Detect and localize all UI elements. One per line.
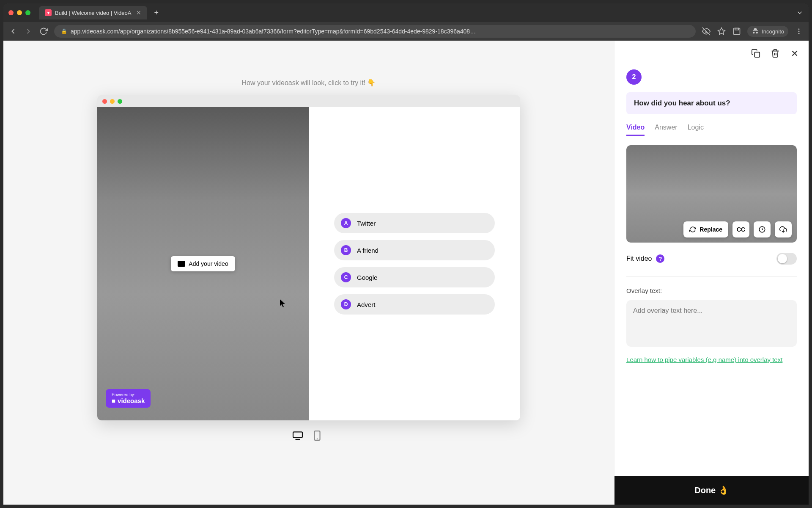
- replace-video-button[interactable]: Replace: [683, 221, 728, 237]
- window-minimize-icon[interactable]: [17, 10, 22, 15]
- option-letter-badge: A: [341, 218, 351, 228]
- tab-logic[interactable]: Logic: [688, 124, 704, 136]
- option-label: Advert: [357, 301, 375, 308]
- delete-button[interactable]: [771, 49, 780, 58]
- cc-label: CC: [737, 226, 745, 233]
- replace-label: Replace: [700, 226, 722, 233]
- powered-by-badge[interactable]: Powered by: ■ videoask: [106, 389, 151, 408]
- browser-url-bar: 🔒 app.videoask.com/app/organizations/8b9…: [3, 22, 809, 41]
- preview-titlebar: [97, 95, 520, 107]
- incognito-label: Incognito: [762, 28, 784, 35]
- tab-close-icon[interactable]: ✕: [136, 9, 141, 16]
- bookmark-star-icon[interactable]: [717, 27, 726, 36]
- preview-canvas: How your videoask will look, click to tr…: [3, 41, 614, 505]
- mobile-preview-button[interactable]: [314, 431, 326, 440]
- option-advert[interactable]: D Advert: [334, 294, 495, 315]
- nav-forward-button[interactable]: [24, 27, 33, 36]
- extensions-icon[interactable]: [732, 27, 741, 36]
- preview-window[interactable]: Add your video Powered by: ■ videoask: [97, 95, 520, 420]
- option-label: A friend: [357, 247, 379, 254]
- preview-options-panel: A Twitter B A friend C Google D: [309, 107, 520, 420]
- svg-rect-10: [754, 52, 760, 57]
- svg-point-3: [798, 28, 800, 30]
- fit-video-help-icon[interactable]: ?: [656, 254, 664, 263]
- add-video-button[interactable]: Add your video: [171, 256, 235, 271]
- tab-overflow-icon[interactable]: [796, 9, 804, 17]
- question-title-input[interactable]: How did you hear about us?: [626, 92, 797, 114]
- option-friend[interactable]: B A friend: [334, 240, 495, 260]
- incognito-badge[interactable]: Incognito: [747, 26, 788, 37]
- svg-rect-1: [734, 28, 740, 35]
- video-thumbnail[interactable]: Replace CC: [626, 145, 797, 243]
- option-google[interactable]: C Google: [334, 267, 495, 287]
- done-button[interactable]: Done 👌: [614, 476, 809, 505]
- learn-variables-link[interactable]: Learn how to pipe variables (e.g name) i…: [626, 355, 797, 365]
- captions-button[interactable]: CC: [732, 221, 749, 237]
- tab-favicon-icon: ▾: [45, 9, 52, 16]
- option-label: Google: [357, 274, 377, 281]
- url-text: app.videoask.com/app/organizations/8b955…: [71, 28, 476, 35]
- tab-video[interactable]: Video: [626, 124, 645, 136]
- duplicate-button[interactable]: [751, 49, 760, 58]
- fit-video-toggle[interactable]: [776, 253, 797, 265]
- add-video-label: Add your video: [189, 260, 228, 267]
- option-letter-badge: B: [341, 245, 351, 255]
- cloud-download-icon: [779, 226, 787, 233]
- new-tab-button[interactable]: +: [151, 8, 162, 17]
- window-traffic-lights: [8, 10, 30, 15]
- tab-answer[interactable]: Answer: [655, 124, 677, 136]
- svg-rect-2: [735, 28, 738, 30]
- editor-tabs: Video Answer Logic: [626, 124, 797, 136]
- replace-icon: [689, 226, 696, 233]
- eye-off-icon[interactable]: [702, 27, 711, 36]
- browser-menu-icon[interactable]: [794, 27, 804, 36]
- videoask-logo-icon: ■: [112, 397, 115, 404]
- step-editor-sidebar: 2 How did you hear about us? Video Answe…: [614, 41, 809, 505]
- nav-reload-button[interactable]: [39, 27, 48, 36]
- lock-icon: 🔒: [61, 28, 67, 34]
- camera-icon: [178, 261, 185, 267]
- preview-video-area[interactable]: Add your video Powered by: ■ videoask: [97, 107, 309, 420]
- option-twitter[interactable]: A Twitter: [334, 213, 495, 233]
- svg-marker-0: [718, 28, 725, 35]
- browser-tab-bar: ▾ Build | Welcome video | VideoA ✕ +: [3, 3, 809, 22]
- browser-tab[interactable]: ▾ Build | Welcome video | VideoA ✕: [39, 6, 147, 19]
- device-preview-toggle: [292, 431, 326, 440]
- svg-point-5: [798, 33, 800, 34]
- nav-back-button[interactable]: [8, 27, 18, 36]
- preview-dot-yellow-icon: [110, 99, 115, 104]
- overlay-text-input[interactable]: [626, 300, 797, 347]
- trash-icon: [771, 49, 780, 58]
- option-letter-badge: D: [341, 299, 351, 309]
- trim-button[interactable]: [754, 221, 771, 237]
- adjust-icon: [758, 226, 766, 233]
- svg-rect-6: [293, 432, 302, 437]
- download-button[interactable]: [775, 221, 792, 237]
- url-input[interactable]: 🔒 app.videoask.com/app/organizations/8b9…: [54, 25, 696, 38]
- preview-dot-green-icon: [118, 99, 122, 104]
- close-icon: [790, 49, 799, 58]
- divider: [626, 276, 797, 277]
- step-number-badge: 2: [626, 69, 642, 85]
- powered-by-brand: videoask: [118, 397, 145, 404]
- window-close-icon[interactable]: [8, 10, 14, 15]
- copy-icon: [751, 49, 760, 58]
- option-label: Twitter: [357, 220, 376, 227]
- overlay-text-label: Overlay text:: [626, 287, 797, 294]
- close-sidebar-button[interactable]: [790, 49, 799, 58]
- fit-video-label: Fit video: [626, 255, 652, 262]
- preview-dot-red-icon: [102, 99, 107, 104]
- preview-caption: How your videoask will look, click to tr…: [242, 79, 376, 87]
- option-letter-badge: C: [341, 272, 351, 282]
- done-label: Done 👌: [694, 485, 729, 495]
- desktop-preview-button[interactable]: [292, 431, 304, 440]
- window-maximize-icon[interactable]: [25, 10, 30, 15]
- powered-by-prefix: Powered by:: [112, 392, 145, 397]
- tab-title: Build | Welcome video | VideoA: [55, 10, 131, 16]
- incognito-icon: [752, 28, 759, 35]
- svg-point-4: [798, 31, 800, 32]
